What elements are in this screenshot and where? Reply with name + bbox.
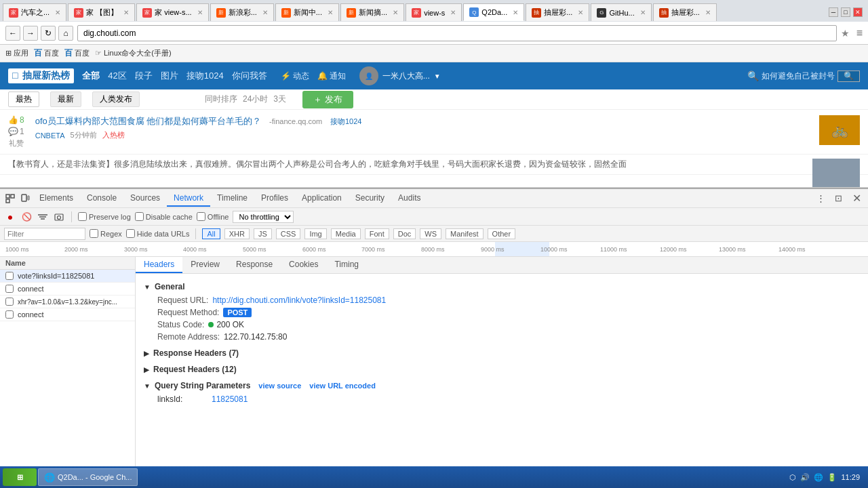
offline-label[interactable]: Offline xyxy=(197,212,229,221)
nav-dynamic[interactable]: ⚡动态 xyxy=(281,70,309,82)
hide-urls-checkbox[interactable] xyxy=(126,229,135,238)
response-headers-section-header[interactable]: ▶ Response Headers (7) xyxy=(144,346,860,361)
offline-checkbox[interactable] xyxy=(197,212,205,221)
comment-button-1[interactable]: 💬 1 xyxy=(8,127,24,136)
tab-7[interactable]: 家 view-s ✕ xyxy=(406,3,462,21)
filter-ws[interactable]: WS xyxy=(420,228,441,239)
nav-images[interactable]: 图片 xyxy=(161,70,178,82)
devtools-more-btn[interactable]: ⋮ xyxy=(813,191,828,206)
minimize-btn[interactable]: ─ xyxy=(829,7,838,17)
nav-paragraphs[interactable]: 段子 xyxy=(135,70,153,82)
clear-btn[interactable]: 🚫 xyxy=(20,211,33,223)
filter-xhr[interactable]: XHR xyxy=(224,228,250,239)
filter-js[interactable]: JS xyxy=(254,228,272,239)
nav-notification[interactable]: 🔔通知 xyxy=(317,70,346,82)
record-btn[interactable]: ● xyxy=(4,211,16,223)
tab-11[interactable]: 抽 抽屉彩... ✕ xyxy=(653,3,717,21)
filter-media[interactable]: Media xyxy=(331,228,361,239)
details-tab-timing[interactable]: Timing xyxy=(326,257,367,273)
devtools-tab-security[interactable]: Security xyxy=(349,190,391,207)
bookmark-baidu2[interactable]: 百 百度 xyxy=(64,47,90,59)
close-btn[interactable]: ✕ xyxy=(853,7,863,17)
bookmark-linux[interactable]: ☞ Linux命令大全(手册) xyxy=(95,48,172,58)
devtools-device-btn[interactable] xyxy=(18,191,33,206)
tab-2[interactable]: 家 家 【图】 ✕ xyxy=(68,3,135,21)
details-tab-cookies[interactable]: Cookies xyxy=(281,257,326,273)
tab-7-close[interactable]: ✕ xyxy=(450,9,456,16)
filter-manifest[interactable]: Manifest xyxy=(446,228,484,239)
user-dropdown-icon[interactable]: ▼ xyxy=(434,73,441,80)
general-section-header[interactable]: ▼ General xyxy=(144,279,860,294)
vote-button-1[interactable]: 👍 8 xyxy=(8,115,24,125)
news-link-1[interactable]: ofo员工爆料内部大范围食腐 他们都是如何薅平台羊毛的？ xyxy=(35,116,264,126)
query-string-section-header[interactable]: ▼ Query String Parameters view source vi… xyxy=(144,378,860,393)
details-tab-preview[interactable]: Preview xyxy=(182,257,228,273)
request-headers-section-header[interactable]: ▶ Request Headers (12) xyxy=(144,362,860,377)
filter-other[interactable]: Other xyxy=(488,228,516,239)
nav-all[interactable]: 全部 xyxy=(82,70,100,82)
tab-4[interactable]: 新 新浪彩... ✕ xyxy=(210,3,274,21)
request-item-2[interactable]: connect xyxy=(0,283,135,296)
details-tab-headers[interactable]: Headers xyxy=(136,257,182,273)
request-item-4[interactable]: connect xyxy=(0,308,135,321)
capture-btn[interactable] xyxy=(53,211,65,223)
tab-5[interactable]: 新 新闻中... ✕ xyxy=(275,3,339,21)
tab-9-close[interactable]: ✕ xyxy=(578,9,583,16)
post-button[interactable]: ＋ 发布 xyxy=(302,91,353,108)
tab-1-close[interactable]: ✕ xyxy=(55,9,60,16)
tab-5-close[interactable]: ✕ xyxy=(328,9,333,16)
bookmark-star[interactable]: ★ xyxy=(841,28,850,39)
filter-input[interactable] xyxy=(4,228,85,240)
preserve-log-label[interactable]: Preserve log xyxy=(78,212,131,221)
hide-urls-label[interactable]: Hide data URLs xyxy=(126,229,190,238)
tab-4-close[interactable]: ✕ xyxy=(262,9,268,16)
home-button[interactable]: ⌂ xyxy=(58,26,73,41)
tab-10-close[interactable]: ✕ xyxy=(640,9,646,16)
tab-2-close[interactable]: ✕ xyxy=(123,9,129,16)
view-source-link[interactable]: view source xyxy=(258,382,301,390)
devtools-tab-network[interactable]: Network xyxy=(167,190,210,207)
reload-button[interactable]: ↻ xyxy=(41,26,56,41)
tab-6-close[interactable]: ✕ xyxy=(393,9,398,16)
url-bar[interactable] xyxy=(77,25,837,41)
regex-label[interactable]: Regex xyxy=(90,229,122,238)
tab-3[interactable]: 家 家 view-s... ✕ xyxy=(136,3,208,21)
bookmark-apps[interactable]: ⊞ 应用 xyxy=(5,48,28,58)
filter-btn[interactable] xyxy=(37,211,49,223)
devtools-tab-sources[interactable]: Sources xyxy=(123,190,167,207)
filter-css[interactable]: CSS xyxy=(276,228,301,239)
devtools-tab-audits[interactable]: Audits xyxy=(391,190,427,207)
filter-font[interactable]: Font xyxy=(365,228,389,239)
filter-doc[interactable]: Doc xyxy=(393,228,416,239)
regex-checkbox[interactable] xyxy=(90,229,98,238)
tab-10[interactable]: G GitHu... ✕ xyxy=(591,3,651,21)
request-checkbox-1[interactable] xyxy=(5,272,14,280)
tab-11-close[interactable]: ✕ xyxy=(705,9,711,16)
request-checkbox-4[interactable] xyxy=(5,310,14,319)
nav-qa[interactable]: 你问我答 xyxy=(232,70,267,82)
user-name[interactable]: 一米八大高... xyxy=(382,70,430,82)
back-button[interactable]: ← xyxy=(5,26,20,41)
maximize-btn[interactable]: □ xyxy=(841,7,850,17)
search-button[interactable]: 🔍 xyxy=(837,70,860,82)
action-1[interactable]: 入热榜 xyxy=(102,130,125,140)
filter-all[interactable]: All xyxy=(202,228,220,239)
request-item-3[interactable]: xhr?av=1.0.0&v=1.3.2&key=jnc... xyxy=(0,296,135,308)
view-url-encoded-link[interactable]: view URL encoded xyxy=(309,382,376,390)
tab-6[interactable]: 新 新闻摘... ✕ xyxy=(340,3,404,21)
preserve-log-checkbox[interactable] xyxy=(78,212,87,221)
site-logo[interactable]: □ 抽屉新热榜 xyxy=(8,68,74,83)
start-button[interactable]: ⊞ xyxy=(3,468,37,486)
time-sort[interactable]: 同时排序 xyxy=(205,94,237,105)
request-checkbox-2[interactable] xyxy=(5,285,14,293)
news-tag-1[interactable]: 接吻1024 xyxy=(330,117,361,125)
tab-8-close[interactable]: ✕ xyxy=(513,9,518,16)
tab-3-close[interactable]: ✕ xyxy=(197,9,203,16)
sub-nav-hot[interactable]: 最热 xyxy=(8,92,39,107)
tab-1[interactable]: 家 汽车之... ✕ xyxy=(3,3,66,21)
bookmark-baidu1[interactable]: 百 百度 xyxy=(34,47,59,59)
time-3days[interactable]: 3天 xyxy=(273,94,286,105)
devtools-tab-timeline[interactable]: Timeline xyxy=(210,190,254,207)
filter-img[interactable]: Img xyxy=(304,228,326,239)
details-tab-response[interactable]: Response xyxy=(228,257,281,273)
